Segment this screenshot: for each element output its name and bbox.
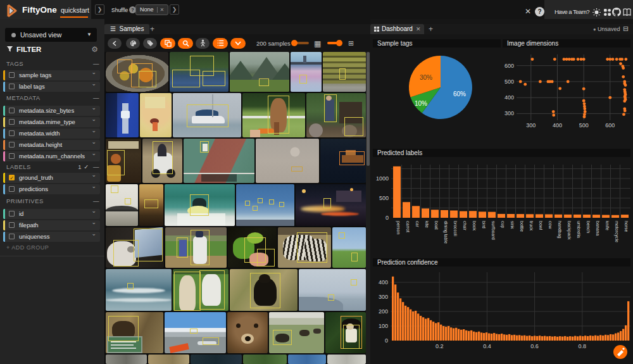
svg-text:0.6: 0.6 (530, 343, 539, 349)
svg-text:sink: sink (510, 221, 515, 229)
svg-text:banana: banana (596, 221, 600, 235)
svg-text:umbrella: umbrella (577, 221, 581, 238)
svg-text:knife: knife (605, 221, 610, 230)
svg-text:0.4: 0.4 (483, 343, 491, 349)
svg-text:broccoli: broccoli (453, 221, 458, 237)
svg-text:0: 0 (385, 337, 388, 344)
svg-text:bowl: bowl (539, 221, 543, 230)
svg-text:bench: bench (586, 221, 591, 233)
svg-text:dining table: dining table (443, 221, 448, 244)
svg-text:chair: chair (463, 221, 467, 231)
svg-text:kite: kite (425, 221, 429, 228)
svg-text:carrot: carrot (406, 221, 410, 232)
svg-text:1000: 1000 (376, 175, 389, 182)
svg-text:backpack: backpack (567, 221, 572, 240)
svg-text:0.8: 0.8 (579, 343, 587, 349)
svg-text:500: 500 (379, 195, 389, 201)
svg-text:500: 500 (505, 78, 514, 85)
svg-text:400: 400 (379, 279, 388, 286)
svg-text:400: 400 (553, 122, 562, 129)
svg-text:surfboard: surfboard (491, 221, 496, 240)
svg-text:400: 400 (505, 94, 514, 101)
svg-text:motorcycle: motorcycle (614, 221, 619, 242)
svg-text:500: 500 (579, 122, 589, 129)
svg-text:200: 200 (379, 308, 388, 315)
svg-text:300: 300 (526, 122, 536, 129)
svg-text:100: 100 (379, 323, 388, 329)
svg-text:car: car (415, 221, 420, 227)
svg-text:600: 600 (605, 122, 615, 129)
svg-text:600: 600 (505, 63, 514, 69)
svg-text:60%: 60% (453, 91, 466, 97)
svg-text:horse: horse (624, 221, 629, 232)
svg-text:30%: 30% (420, 74, 432, 81)
svg-text:0: 0 (385, 215, 389, 221)
svg-text:0.2: 0.2 (436, 343, 444, 349)
svg-text:book: book (472, 221, 477, 231)
svg-text:bird: bird (482, 221, 486, 229)
svg-text:cow: cow (548, 221, 553, 229)
svg-text:person: person (396, 221, 401, 235)
svg-text:truck: truck (529, 221, 534, 231)
svg-text:300: 300 (505, 110, 514, 116)
svg-text:10%: 10% (415, 100, 427, 107)
svg-text:handbag: handbag (557, 221, 562, 238)
svg-text:bottle: bottle (520, 221, 524, 232)
svg-text:300: 300 (379, 294, 388, 300)
svg-text:boat: boat (434, 221, 439, 230)
svg-text:cup: cup (500, 221, 505, 228)
